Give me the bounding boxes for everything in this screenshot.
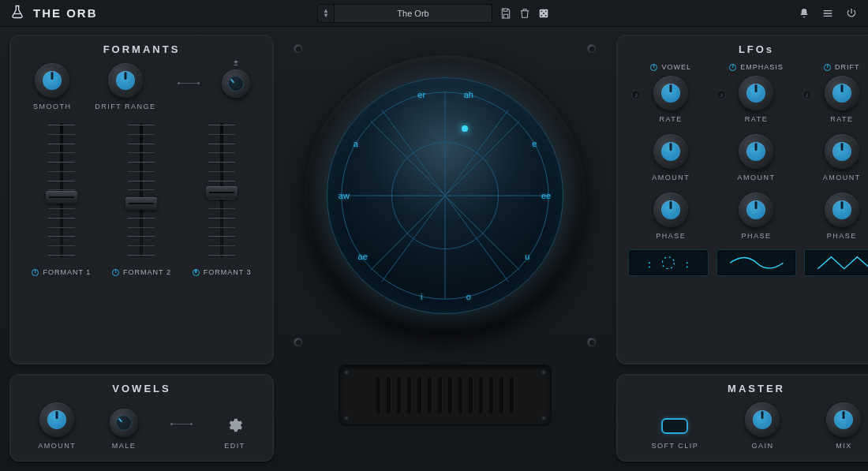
lfo-emphasis-rate-knob[interactable]: ♪RATE bbox=[713, 76, 799, 123]
vowels-edit-button[interactable]: EDIT bbox=[224, 417, 245, 450]
softclip-button[interactable]: SOFT CLIP bbox=[652, 418, 699, 450]
dice-icon[interactable] bbox=[537, 6, 551, 21]
svg-line-12 bbox=[445, 110, 508, 196]
drift-range-knob[interactable]: DRIFT RANGE bbox=[95, 63, 155, 110]
save-icon[interactable] bbox=[499, 6, 513, 21]
speaker-grille bbox=[339, 364, 552, 426]
master-panel: MASTER SOFT CLIP GAIN MIX bbox=[616, 374, 868, 462]
note-icon: ♪ bbox=[631, 90, 641, 99]
lfo-drift-toggle[interactable]: DRIFT bbox=[799, 63, 868, 71]
connector-line bbox=[172, 424, 191, 424]
master-title: MASTER bbox=[628, 383, 868, 394]
formants-panel: FORMANTS SMOOTH DRIFT RANGE ± bbox=[9, 35, 274, 364]
vowels-title: VOWELS bbox=[21, 383, 262, 394]
top-right-icons bbox=[797, 6, 859, 21]
right-column: LFOs VOWEL EMPHASIS DRIFT ♪RATE ♪RATE ♪R… bbox=[616, 35, 868, 462]
lfo-vowel-toggle[interactable]: VOWEL bbox=[628, 63, 713, 71]
lfo-drift-rate-knob[interactable]: ♪RATE bbox=[799, 76, 868, 123]
orb-cursor[interactable] bbox=[462, 125, 468, 132]
svg-line-15 bbox=[382, 196, 445, 282]
main-grid: FORMANTS SMOOTH DRIFT RANGE ± bbox=[0, 27, 868, 471]
offset-knob[interactable]: ± bbox=[222, 69, 250, 110]
flask-icon bbox=[9, 4, 25, 23]
note-icon: ♪ bbox=[716, 90, 726, 99]
vowel-label: aw bbox=[339, 191, 350, 200]
lfo-vowel-amount-knob[interactable]: AMOUNT bbox=[628, 134, 713, 181]
screw-icon bbox=[587, 338, 597, 347]
preset-stepper[interactable]: ▲▼ bbox=[317, 4, 335, 23]
left-column: FORMANTS SMOOTH DRIFT RANGE ± bbox=[9, 35, 274, 462]
lfos-panel: LFOs VOWEL EMPHASIS DRIFT ♪RATE ♪RATE ♪R… bbox=[616, 35, 868, 364]
power-icon[interactable] bbox=[844, 6, 859, 21]
formant-3-slider[interactable] bbox=[206, 123, 238, 257]
screw-icon bbox=[294, 44, 303, 54]
svg-point-1 bbox=[541, 10, 542, 12]
orb-display[interactable]: er ah e ee u o i ae aw a bbox=[287, 38, 603, 353]
svg-point-2 bbox=[545, 10, 547, 12]
lfos-title: LFOs bbox=[628, 43, 868, 55]
vowel-label: o bbox=[466, 292, 471, 301]
svg-point-5 bbox=[545, 14, 547, 16]
lfo-vowel-wave[interactable] bbox=[628, 249, 709, 276]
lfo-drift-amount-knob[interactable]: AMOUNT bbox=[799, 134, 868, 181]
app-root: THE ORB ▲▼ The Orb FORMANTS SMOOTH DRIFT bbox=[0, 0, 868, 471]
vowel-label: ae bbox=[358, 252, 368, 261]
vowels-amount-knob[interactable]: AMOUNT bbox=[38, 402, 76, 450]
svg-point-4 bbox=[541, 14, 542, 16]
vowel-label: ah bbox=[464, 90, 473, 99]
preset-name[interactable]: The Orb bbox=[335, 4, 492, 23]
screw-icon bbox=[587, 44, 597, 54]
gear-icon bbox=[226, 417, 243, 437]
svg-point-3 bbox=[543, 13, 544, 14]
center-column: er ah e ee u o i ae aw a bbox=[283, 35, 607, 462]
formant-1-toggle[interactable]: FORMANT 1 bbox=[32, 268, 91, 276]
svg-point-18 bbox=[649, 266, 650, 267]
vowel-label: e bbox=[532, 139, 537, 148]
formant-1-slider[interactable] bbox=[46, 123, 77, 257]
connector-line bbox=[179, 83, 198, 84]
formant-2-toggle[interactable]: FORMANT 2 bbox=[112, 268, 171, 276]
menu-icon[interactable] bbox=[821, 6, 835, 21]
formant-3-toggle[interactable]: FORMANT 3 bbox=[193, 268, 252, 276]
preset-bar: ▲▼ The Orb bbox=[317, 4, 551, 23]
smooth-knob[interactable]: SMOOTH bbox=[33, 63, 72, 110]
vowels-panel: VOWELS AMOUNT MALE EDIT bbox=[9, 374, 274, 462]
lfo-drift-wave[interactable] bbox=[804, 249, 868, 276]
svg-line-14 bbox=[445, 196, 508, 282]
mix-knob[interactable]: MIX bbox=[826, 402, 861, 450]
trash-icon[interactable] bbox=[518, 6, 532, 21]
vowel-label: er bbox=[417, 90, 425, 99]
svg-line-13 bbox=[382, 110, 445, 196]
lfo-emphasis-amount-knob[interactable]: AMOUNT bbox=[713, 134, 799, 181]
lfo-vowel-phase-knob[interactable]: PHASE bbox=[628, 193, 713, 240]
svg-point-17 bbox=[649, 262, 650, 264]
lfo-drift-phase-knob[interactable]: PHASE bbox=[799, 193, 868, 240]
vowel-label: i bbox=[421, 292, 422, 301]
lfo-emphasis-toggle[interactable]: EMPHASIS bbox=[713, 63, 799, 71]
note-icon: ♪ bbox=[803, 90, 812, 99]
gain-knob[interactable]: GAIN bbox=[745, 402, 780, 450]
logo-block: THE ORB bbox=[9, 4, 98, 23]
formants-title: FORMANTS bbox=[21, 43, 262, 55]
lfo-vowel-rate-knob[interactable]: ♪RATE bbox=[628, 76, 713, 123]
vowel-label: u bbox=[525, 252, 529, 261]
svg-point-19 bbox=[687, 262, 688, 264]
bell-icon[interactable] bbox=[797, 6, 811, 21]
vowel-label: a bbox=[354, 139, 358, 148]
svg-point-16 bbox=[662, 257, 674, 269]
vowels-gender-knob[interactable]: MALE bbox=[110, 409, 138, 450]
lfo-emphasis-wave[interactable] bbox=[716, 249, 797, 276]
lfo-emphasis-phase-knob[interactable]: PHASE bbox=[713, 193, 799, 240]
app-title: THE ORB bbox=[33, 6, 98, 20]
svg-point-20 bbox=[687, 266, 688, 267]
top-bar: THE ORB ▲▼ The Orb bbox=[0, 0, 868, 27]
vowel-label: ee bbox=[541, 191, 551, 200]
formant-2-slider[interactable] bbox=[125, 123, 157, 257]
screw-icon bbox=[294, 338, 303, 347]
